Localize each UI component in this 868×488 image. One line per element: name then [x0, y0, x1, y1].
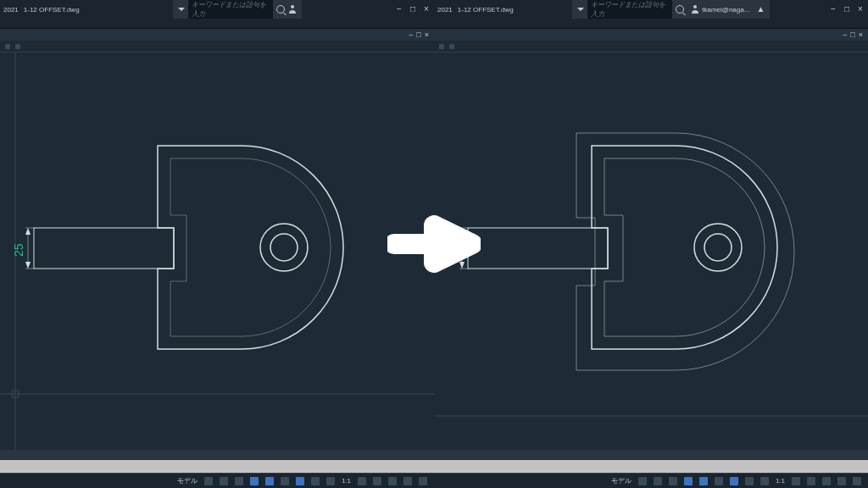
qab-item[interactable] [439, 44, 444, 49]
customize-icon[interactable] [419, 477, 427, 485]
gear-icon[interactable] [358, 477, 366, 485]
layout-tabs[interactable] [434, 450, 868, 460]
hole-outer [260, 224, 308, 271]
lwt-toggle-icon[interactable] [745, 477, 754, 485]
layout-tabs[interactable] [0, 450, 434, 460]
qab-item[interactable] [449, 44, 454, 49]
username-label: tkamei@naga... [702, 6, 749, 14]
rect-tab [468, 228, 608, 269]
outer-profile [158, 146, 343, 349]
ribbon [434, 19, 868, 29]
hole-outer [694, 224, 742, 271]
hw-toggle-icon[interactable] [822, 477, 831, 485]
statusbar: モデル 1:1 [434, 473, 868, 488]
hole-inner [270, 234, 298, 261]
titlebar-left: 2021 1-12 OFFSET.dwg [3, 6, 80, 14]
close-button[interactable]: × [422, 5, 431, 14]
lwt-toggle-icon[interactable] [311, 477, 320, 485]
otrack-toggle-icon[interactable] [281, 477, 289, 485]
polar-toggle-icon[interactable] [250, 477, 259, 485]
filename-label: 1-12 OFFSET.dwg [24, 6, 80, 14]
dyn-toggle-icon[interactable] [296, 477, 304, 485]
grid-toggle-icon[interactable] [638, 477, 647, 485]
doc-close-button[interactable]: × [425, 30, 429, 39]
scale-label[interactable]: 1:1 [340, 477, 353, 485]
inner-offset-profile [604, 158, 765, 336]
right-pane: 2021 1-12 OFFSET.dwg キーワードまたは語句を入力 tkame… [434, 0, 868, 488]
dim-arrow-bottom [459, 262, 465, 269]
dim-arrow-bottom [25, 262, 31, 269]
doc-minimize-button[interactable]: − [843, 30, 847, 39]
user-icon[interactable] [288, 5, 297, 14]
polar-toggle-icon[interactable] [684, 477, 693, 485]
search-input[interactable]: キーワードまたは語句を入力 [587, 0, 672, 19]
osnap-toggle-icon[interactable] [699, 477, 708, 485]
model-tab[interactable]: モデル [175, 476, 199, 485]
dyn-toggle-icon[interactable] [730, 477, 738, 485]
titlebar-search-group: キーワードまたは語句を入力 tkamei@naga... ▲ [572, 0, 770, 20]
otrack-toggle-icon[interactable] [715, 477, 723, 485]
left-pane: 2021 1-12 OFFSET.dwg キーワードまたは語句を入力 − □ ×… [0, 0, 434, 488]
dimension-text: 25 [446, 243, 459, 257]
drawing-viewport[interactable]: 25 [0, 53, 434, 450]
quick-access-bar [434, 41, 868, 53]
dim-arrow-top [25, 228, 31, 235]
grid-toggle-icon[interactable] [204, 477, 213, 485]
search-icon[interactable] [276, 5, 285, 14]
user-icon [691, 5, 699, 14]
model-tab[interactable]: モデル [609, 476, 633, 485]
doc-restore-button[interactable]: □ [416, 30, 420, 39]
window-controls: − □ × [829, 5, 865, 14]
command-line-area[interactable] [434, 460, 868, 473]
clean-toggle-icon[interactable] [837, 477, 846, 485]
iso-toggle-icon[interactable] [807, 477, 815, 485]
qab-item[interactable] [15, 44, 20, 49]
customize-icon[interactable] [853, 477, 861, 485]
hw-toggle-icon[interactable] [388, 477, 397, 485]
gear-icon[interactable] [792, 477, 800, 485]
titlebar: 2021 1-12 OFFSET.dwg キーワードまたは語句を入力 tkame… [434, 0, 868, 19]
maximize-button[interactable]: □ [843, 5, 851, 14]
tpy-toggle-icon[interactable] [760, 477, 769, 485]
window-controls: − □ × [395, 5, 431, 14]
year-label: 2021 [3, 6, 19, 14]
dim-arrow-top [459, 228, 465, 235]
scale-label[interactable]: 1:1 [774, 477, 787, 485]
doc-minimize-button[interactable]: − [409, 30, 413, 39]
dropdown-caret-icon[interactable] [577, 8, 584, 11]
document-controls-bar: − □ × [434, 29, 868, 41]
ribbon [0, 19, 434, 29]
osnap-toggle-icon[interactable] [265, 477, 274, 485]
quick-access-bar [0, 41, 434, 53]
snap-toggle-icon[interactable] [654, 477, 662, 485]
ortho-toggle-icon[interactable] [669, 477, 677, 485]
drawing-viewport[interactable]: 25 [434, 53, 868, 450]
document-controls-bar: − □ × [0, 29, 434, 41]
cad-drawing: 25 [0, 53, 434, 450]
iso-toggle-icon[interactable] [373, 477, 381, 485]
doc-restore-button[interactable]: □ [850, 30, 854, 39]
outer-profile [592, 146, 777, 349]
ortho-toggle-icon[interactable] [235, 477, 243, 485]
outer-offset-profile [576, 133, 794, 370]
minimize-button[interactable]: − [829, 5, 837, 14]
qab-item[interactable] [5, 44, 10, 49]
offset-profile [170, 158, 331, 336]
clean-toggle-icon[interactable] [403, 477, 412, 485]
help-icon[interactable]: ▲ [756, 5, 765, 14]
tpy-toggle-icon[interactable] [326, 477, 335, 485]
close-button[interactable]: × [856, 5, 865, 14]
search-input[interactable]: キーワードまたは語句を入力 [188, 0, 273, 19]
user-chip[interactable]: tkamei@naga... [687, 4, 753, 14]
minimize-button[interactable]: − [395, 5, 403, 14]
statusbar: モデル 1:1 [0, 473, 434, 488]
titlebar-search-group: キーワードまたは語句を入力 [173, 0, 302, 20]
search-icon[interactable] [676, 5, 684, 14]
year-label: 2021 [437, 6, 453, 14]
maximize-button[interactable]: □ [409, 5, 417, 14]
dropdown-caret-icon[interactable] [178, 8, 185, 11]
titlebar-left: 2021 1-12 OFFSET.dwg [437, 6, 514, 14]
doc-close-button[interactable]: × [859, 30, 863, 39]
command-line-area[interactable] [0, 460, 434, 473]
snap-toggle-icon[interactable] [220, 477, 228, 485]
